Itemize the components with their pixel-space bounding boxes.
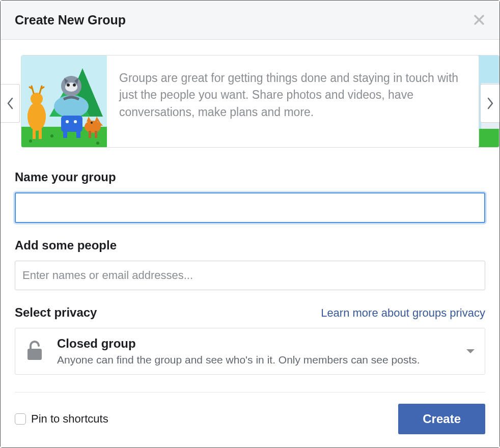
svg-rect-7	[33, 128, 36, 139]
svg-point-9	[31, 93, 43, 105]
privacy-option-title: Closed group	[57, 337, 466, 351]
svg-rect-8	[39, 128, 42, 139]
privacy-selected-text: Closed group Anyone can find the group a…	[57, 337, 466, 366]
svg-rect-32	[27, 349, 42, 360]
lock-open-icon	[25, 340, 46, 363]
pin-checkbox-label: Pin to shortcuts	[31, 412, 108, 426]
create-button[interactable]: Create	[398, 404, 485, 434]
learn-more-privacy-link[interactable]: Learn more about groups privacy	[321, 306, 485, 320]
svg-point-6	[27, 102, 46, 131]
svg-point-14	[65, 82, 77, 92]
info-card: Groups are great for getting things done…	[21, 55, 479, 148]
close-icon[interactable]	[473, 14, 485, 26]
svg-point-31	[96, 142, 99, 145]
carousel-next-button[interactable]	[480, 84, 499, 123]
svg-point-30	[50, 134, 53, 137]
modal-header: Create New Group	[1, 1, 499, 40]
privacy-select[interactable]: Closed group Anyone can find the group a…	[15, 328, 485, 375]
footer-divider	[15, 392, 485, 393]
group-name-input[interactable]	[15, 192, 485, 223]
svg-rect-20	[63, 131, 67, 138]
pin-to-shortcuts-option[interactable]: Pin to shortcuts	[15, 412, 108, 426]
modal-title: Create New Group	[15, 13, 126, 27]
pin-checkbox[interactable]	[15, 413, 26, 425]
info-card-text: Groups are great for getting things done…	[107, 55, 479, 147]
privacy-option-description: Anyone can find the group and see who's …	[57, 354, 466, 366]
svg-rect-21	[76, 131, 80, 138]
svg-point-18	[66, 120, 69, 123]
svg-rect-27	[89, 131, 91, 138]
info-carousel: Groups are great for getting things done…	[15, 55, 485, 152]
svg-rect-28	[95, 131, 97, 138]
select-privacy-label: Select privacy	[15, 305, 97, 320]
group-illustration	[21, 55, 107, 147]
svg-point-10	[54, 95, 89, 118]
add-people-input[interactable]	[15, 261, 485, 290]
add-people-label: Add some people	[15, 238, 485, 253]
svg-point-29	[29, 139, 32, 143]
carousel-prev-button[interactable]	[1, 84, 20, 123]
create-group-modal: Create New Group	[0, 0, 500, 448]
name-group-label: Name your group	[15, 170, 485, 184]
svg-point-19	[74, 120, 77, 123]
modal-footer: Pin to shortcuts Create	[15, 404, 485, 447]
svg-point-26	[91, 122, 93, 124]
svg-point-16	[73, 83, 76, 87]
svg-rect-17	[61, 116, 82, 132]
modal-body: Groups are great for getting things done…	[1, 40, 499, 447]
chevron-down-icon	[466, 349, 475, 353]
svg-point-15	[67, 83, 70, 87]
